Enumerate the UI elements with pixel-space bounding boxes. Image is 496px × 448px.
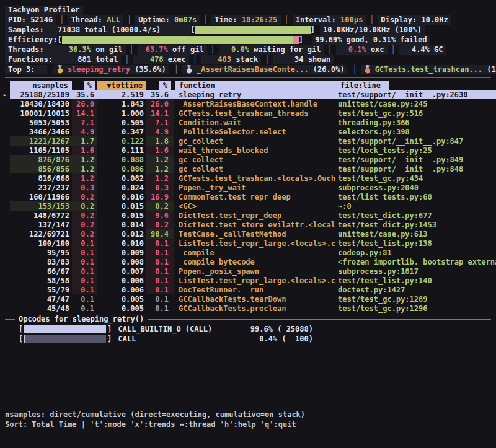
column-header-nsamples[interactable]: nsamples bbox=[10, 81, 72, 90]
opcodes-section-divider: Opcodes for sleeping_retry() bbox=[0, 314, 496, 324]
table-row[interactable]: 18430/1843026.01.84326.0_AssertRaisesBas… bbox=[0, 99, 496, 108]
cell-file: test/test_gc.py:434 bbox=[337, 173, 496, 183]
row-arrow-slot bbox=[0, 248, 10, 257]
table-row[interactable]: 856/8561.20.0861.2gc_collecttest/support… bbox=[0, 164, 496, 173]
table-row[interactable]: 237/2370.30.0240.3Popen._try_waitsubproc… bbox=[0, 183, 496, 192]
row-arrow-slot bbox=[0, 155, 10, 164]
cell-pct-direct: 35.6 bbox=[72, 90, 97, 99]
cell-file: <frozen importlib._bootstrap_externa bbox=[337, 257, 496, 266]
cell-pct-cum: 16.9 bbox=[146, 192, 174, 201]
threads-segment: 0.0% waiting for gil bbox=[219, 45, 324, 55]
table-row[interactable]: 816/8681.20.0821.2GCTests.test_trashcan.… bbox=[0, 173, 496, 183]
cell-nsamples: 58/58 bbox=[10, 276, 72, 285]
table-row[interactable]: 45/480.10.0050.1GCCallbackTests.preclean… bbox=[0, 304, 496, 313]
table-row[interactable]: 47/470.10.0050.1GCCallbackTests.tearDown… bbox=[0, 294, 496, 304]
column-header-pct-cum[interactable]: % bbox=[146, 81, 174, 90]
table-row[interactable]: 160/119660.20.01616.9CommonTest.test_rep… bbox=[0, 192, 496, 201]
cell-pct-direct: 7.1 bbox=[72, 118, 97, 127]
table-row[interactable]: 1221/12671.70.1221.8gc_collecttest/suppo… bbox=[0, 136, 496, 146]
cell-function: Popen._try_wait bbox=[174, 183, 337, 192]
cell-nsamples: 55/79 bbox=[10, 285, 72, 294]
cell-file: unittest/case.py:245 bbox=[337, 99, 496, 108]
table-header-spacer bbox=[0, 81, 10, 90]
table-row[interactable]: 95/950.10.0090.1_compilecodeop.py:81 bbox=[0, 248, 496, 257]
cell-tottime: 0.347 bbox=[97, 127, 146, 136]
cell-pct-cum: 1.2 bbox=[146, 173, 174, 183]
column-header-tottime[interactable]: ▼tottime bbox=[97, 81, 146, 90]
table-row[interactable]: ►25188/2518935.62.51935.6sleeping_retryt… bbox=[0, 90, 496, 99]
cell-file: test/test_gc.py:1296 bbox=[337, 304, 496, 313]
column-header-pct-direct[interactable]: % bbox=[72, 81, 97, 90]
cell-tottime: 0.007 bbox=[97, 266, 146, 276]
cell-pct-cum: 0.2 bbox=[146, 220, 174, 229]
cell-pct-direct: 0.3 bbox=[72, 183, 97, 192]
opcode-row: []CALL_BUILTIN_O (CALL)99.6% ( 25088) bbox=[0, 324, 496, 334]
samples-bar-close-bracket: ] bbox=[311, 25, 315, 34]
table-row[interactable]: 58/580.10.0060.1ListTest.test_repr_large… bbox=[0, 276, 496, 285]
cell-pct-cum: 0.1 bbox=[146, 285, 174, 294]
cell-nsamples: 18430/18430 bbox=[10, 99, 72, 108]
table-row[interactable]: 153/1530.20.0150.2<GC>~:0 bbox=[0, 201, 496, 211]
row-arrow-slot bbox=[0, 285, 10, 294]
opcode-bar bbox=[24, 325, 106, 333]
divider-dash-right bbox=[148, 319, 491, 320]
table-row[interactable]: 66/670.10.0070.1Popen._posix_spawnsubpro… bbox=[0, 266, 496, 276]
table-row[interactable]: 5053/50537.10.5057.1Condition.waitthread… bbox=[0, 118, 496, 127]
cell-function: ListTest.test_repr_large.<locals>.c... bbox=[174, 239, 337, 248]
cell-nsamples: 137/147 bbox=[10, 220, 72, 229]
functions-row: Functions:881 total│478 exec│403 stack│3… bbox=[5, 55, 491, 64]
cell-file: test/test_gc.py:516 bbox=[337, 108, 496, 118]
cell-pct-direct: 14.1 bbox=[72, 108, 97, 118]
cell-nsamples: 100/100 bbox=[10, 239, 72, 248]
cell-file: test/test_list.py:140 bbox=[337, 276, 496, 285]
cell-function: GCTests.test_trashcan_threads bbox=[174, 108, 337, 118]
separator: │ bbox=[126, 45, 138, 54]
samples-label: Samples: bbox=[8, 25, 58, 34]
footer: nsamples: direct/cumulative (direct=exec… bbox=[5, 410, 305, 429]
cell-pct-cum: 7.1 bbox=[146, 118, 174, 127]
cell-tottime: 0.005 bbox=[97, 294, 146, 304]
cell-pct-cum: 0.1 bbox=[146, 294, 174, 304]
cell-pct-direct: 1.2 bbox=[72, 173, 97, 183]
top3-label: Top 3: bbox=[5, 65, 47, 74]
top3-row: Top 3: sleeping_retry (35.6%)│_AssertRai… bbox=[5, 64, 491, 74]
separator: │ bbox=[348, 65, 360, 74]
column-header-function[interactable]: function bbox=[174, 81, 337, 90]
table-row[interactable]: 122/697210.20.01298.4TestCase._callTestM… bbox=[0, 229, 496, 239]
separator: │ bbox=[56, 15, 68, 24]
table-row[interactable]: 83/830.10.0080.1_compile_bytecode<frozen… bbox=[0, 257, 496, 266]
app-title: Tachyon Profiler bbox=[5, 6, 83, 15]
cell-file: selectors.py:398 bbox=[337, 127, 496, 136]
cell-pct-direct: 0.2 bbox=[72, 192, 97, 201]
efficiency-row: Efficiency: [ ] 99.69% good, 0.31% faile… bbox=[5, 35, 491, 45]
cell-file: test/test_dict.py:677 bbox=[337, 211, 496, 220]
cell-tottime: 0.015 bbox=[97, 201, 146, 211]
table-row[interactable]: 55/790.10.0060.1DocTestRunner.__rundocte… bbox=[0, 285, 496, 294]
row-arrow-slot bbox=[0, 99, 10, 108]
table-row[interactable]: 876/8761.20.0881.2gc_collecttest/support… bbox=[0, 155, 496, 164]
cell-nsamples: 3466/3466 bbox=[10, 127, 72, 136]
cell-tottime: 0.009 bbox=[97, 248, 146, 257]
opcode-bar-close-bracket: ] bbox=[107, 335, 112, 343]
table-row[interactable]: 148/67720.20.0159.6DictTest.test_repr_de… bbox=[0, 211, 496, 220]
table-row[interactable]: 10001/1001514.11.00014.1GCTests.test_tra… bbox=[0, 108, 496, 118]
cell-tottime: 0.082 bbox=[97, 173, 146, 183]
samples-bar-open-bracket: [ bbox=[191, 25, 195, 34]
table-row[interactable]: 1105/11051.60.1111.6wait_threads_blocked… bbox=[0, 146, 496, 155]
threads-label: Threads: bbox=[5, 45, 61, 55]
cell-pct-cum: 0.3 bbox=[146, 183, 174, 192]
column-header-file[interactable]: file:line bbox=[337, 81, 496, 90]
functions-segment: 478 exec bbox=[133, 55, 189, 64]
cell-function: GCTests.test_trashcan.<locals>.Ouch... bbox=[174, 173, 337, 183]
table-row[interactable]: 100/1000.10.0100.1ListTest.test_repr_lar… bbox=[0, 239, 496, 248]
row-arrow-slot bbox=[0, 173, 10, 183]
efficiency-bar-good bbox=[62, 36, 293, 44]
cell-tottime: 0.088 bbox=[97, 155, 146, 164]
separator: │ bbox=[281, 15, 293, 24]
cell-function: _compile bbox=[174, 248, 337, 257]
opcode-name: CALL bbox=[118, 335, 136, 343]
table-row[interactable]: 137/1470.20.0140.2DictTest.test_store_ev… bbox=[0, 220, 496, 229]
table-row[interactable]: 3466/34664.90.3474.9_PollLikeSelector.se… bbox=[0, 127, 496, 136]
cell-pct-direct: 0.1 bbox=[72, 239, 97, 248]
cell-function: TestCase._callTestMethod bbox=[174, 229, 337, 239]
